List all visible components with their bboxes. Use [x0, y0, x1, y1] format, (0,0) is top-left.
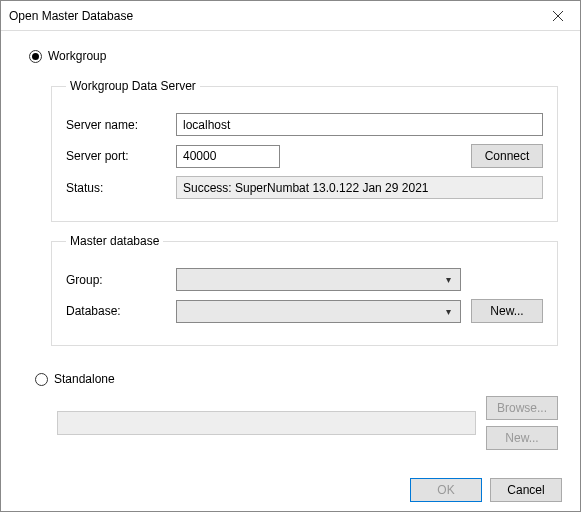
- server-name-label: Server name:: [66, 118, 176, 132]
- chevron-down-icon: ▾: [440, 274, 456, 285]
- radio-standalone[interactable]: [35, 373, 48, 386]
- master-database-group: Master database Group: ▾ Database: ▾ New…: [51, 234, 558, 346]
- dialog-content: Workgroup Workgroup Data Server Server n…: [1, 31, 580, 468]
- radio-workgroup-label: Workgroup: [48, 49, 106, 63]
- browse-button: Browse...: [486, 396, 558, 420]
- standalone-new-button: New...: [486, 426, 558, 450]
- radio-standalone-row[interactable]: Standalone: [35, 372, 558, 386]
- group-label: Group:: [66, 273, 176, 287]
- server-name-input[interactable]: [176, 113, 543, 136]
- database-row: Database: ▾ New...: [66, 299, 543, 323]
- radio-workgroup[interactable]: [29, 50, 42, 63]
- standalone-block: Standalone Browse... New...: [29, 372, 558, 454]
- server-port-row: Server port: Connect: [66, 144, 543, 168]
- standalone-buttons: Browse... New...: [486, 396, 558, 450]
- master-database-legend: Master database: [66, 234, 163, 248]
- workgroup-server-legend: Workgroup Data Server: [66, 79, 200, 93]
- standalone-path-row: Browse... New...: [57, 396, 558, 450]
- status-value: Success: SuperNumbat 13.0.122 Jan 29 202…: [176, 176, 543, 199]
- ok-button: OK: [410, 478, 482, 502]
- server-port-label: Server port:: [66, 149, 176, 163]
- titlebar: Open Master Database: [1, 1, 580, 31]
- status-label: Status:: [66, 181, 176, 195]
- cancel-button[interactable]: Cancel: [490, 478, 562, 502]
- chevron-down-icon: ▾: [440, 306, 456, 317]
- status-row: Status: Success: SuperNumbat 13.0.122 Ja…: [66, 176, 543, 199]
- database-label: Database:: [66, 304, 176, 318]
- close-icon: [553, 11, 563, 21]
- dialog-footer: OK Cancel: [1, 468, 580, 512]
- group-row: Group: ▾: [66, 268, 543, 291]
- group-select[interactable]: ▾: [176, 268, 461, 291]
- radio-standalone-label: Standalone: [54, 372, 115, 386]
- standalone-path-box: [57, 411, 476, 435]
- window-title: Open Master Database: [9, 9, 536, 23]
- database-select[interactable]: ▾: [176, 300, 461, 323]
- new-database-button[interactable]: New...: [471, 299, 543, 323]
- close-button[interactable]: [536, 1, 580, 31]
- radio-workgroup-row[interactable]: Workgroup: [29, 49, 558, 63]
- server-name-row: Server name:: [66, 113, 543, 136]
- dialog-window: Open Master Database Workgroup Workgroup…: [0, 0, 581, 512]
- workgroup-server-group: Workgroup Data Server Server name: Serve…: [51, 79, 558, 222]
- server-port-input[interactable]: [176, 145, 280, 168]
- connect-button[interactable]: Connect: [471, 144, 543, 168]
